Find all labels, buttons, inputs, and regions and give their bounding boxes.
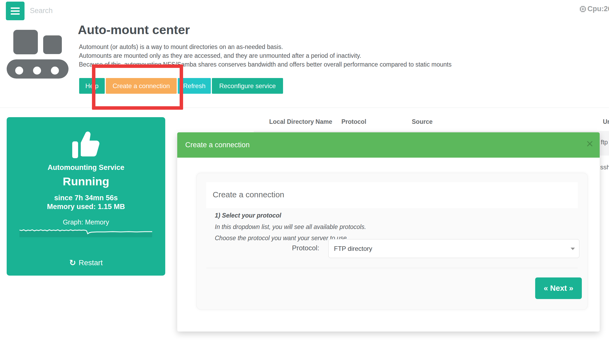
memory-sparkline-chart [19, 228, 153, 239]
service-name: Automounting Service [47, 163, 124, 172]
column-header-local-directory: Local Directory Name [269, 118, 332, 125]
connection-wizard-card: Create a connection 1) Select your proto… [196, 173, 588, 310]
action-button-row: Help Create a connection Refresh Reconfi… [79, 78, 283, 94]
refresh-icon: ↻ [69, 258, 76, 267]
modal-header: Create a connection × [177, 132, 600, 158]
modal-title: Create a connection [185, 132, 250, 158]
service-status-panel: Automounting Service Running since 7h 34… [7, 117, 165, 276]
create-connection-modal: Create a connection × Create a connectio… [177, 132, 600, 332]
description-line: Because of this, automounting NFS/Samba … [79, 60, 451, 69]
close-icon[interactable]: × [586, 139, 594, 148]
protocol-selected-value: FTP directory [334, 239, 372, 258]
page-description: Automount (or autofs) is a way to mount … [79, 43, 451, 69]
page-title: Auto-mount center [78, 22, 190, 37]
refresh-button[interactable]: Refresh [178, 78, 211, 94]
column-header-url: Url [603, 118, 609, 125]
column-header-source: Source [412, 118, 433, 125]
section-divider [0, 108, 609, 108]
cpu-usage-indicator: Cpu:26% [579, 5, 609, 13]
reconfigure-service-button[interactable]: Reconfigure service [212, 78, 283, 94]
protocol-select[interactable]: FTP directory [328, 239, 579, 258]
wizard-divider [206, 268, 578, 268]
next-step-button[interactable]: « Next » [535, 277, 582, 299]
chevron-down-icon [571, 248, 575, 250]
service-state: Running [63, 175, 109, 188]
url-cell: ssh [600, 163, 609, 171]
search-input[interactable] [30, 4, 142, 17]
column-header-protocol: Protocol [341, 118, 366, 125]
automount-module-icon [7, 29, 76, 80]
restart-label: Restart [79, 259, 103, 267]
description-line: Automounts are mounted only as they are … [79, 51, 451, 60]
menu-toggle-button[interactable] [6, 2, 25, 20]
hamburger-icon [11, 7, 20, 9]
service-uptime: since 7h 34mn 56s [54, 194, 118, 202]
restart-service-button[interactable]: ↻ Restart [69, 258, 103, 267]
protocol-field-label: Protocol: [277, 244, 319, 252]
wizard-step-title: 1) Select your protocol [215, 212, 281, 219]
graph-label: Graph: Memory [63, 218, 109, 226]
cpu-usage-value: Cpu:26% [587, 5, 609, 13]
url-cell: ftp [601, 138, 608, 146]
wizard-step-help: In this dropdown list, you will see all … [215, 223, 366, 231]
cpu-icon [579, 5, 587, 13]
description-line: Automount (or autofs) is a way to mount … [79, 43, 451, 51]
thumbs-up-icon [69, 130, 103, 159]
help-button[interactable]: Help [79, 78, 105, 94]
service-memory: Memory used: 1.15 MB [47, 203, 125, 211]
create-connection-button[interactable]: Create a connection [106, 78, 177, 94]
wizard-heading: Create a connection [213, 190, 284, 199]
